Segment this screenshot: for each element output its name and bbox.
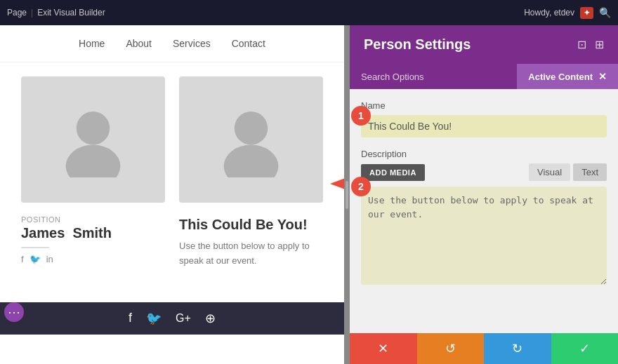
person-desc: Use the button below to apply to speak a… — [179, 239, 323, 269]
floating-dots-button[interactable]: ⋯ — [4, 302, 24, 322]
avatar-1 — [21, 76, 165, 203]
right-panel: Person Settings ⊡ ⊞ Search Options Activ… — [350, 25, 618, 364]
person-divider — [21, 247, 49, 248]
step-1-badge: 1 — [351, 106, 371, 126]
name-label: Name — [361, 100, 607, 111]
arrow-indicator — [327, 173, 344, 197]
search-icon[interactable]: 🔍 — [599, 7, 611, 18]
persons-grid: Position James Smith f 🐦 in — [21, 76, 323, 274]
save-icon: ✓ — [579, 341, 590, 356]
cancel-icon: ✕ — [378, 341, 388, 356]
nav-services[interactable]: Services — [173, 38, 211, 49]
nav-home[interactable]: Home — [79, 38, 105, 49]
person-card-2: This Could Be You! Use the button below … — [179, 76, 323, 274]
redo-button[interactable]: ↻ — [484, 333, 551, 364]
description-field-group: Description ADD MEDIA Visual Text 2 Us — [361, 149, 607, 288]
undo-icon: ↺ — [445, 341, 456, 356]
save-button[interactable]: ✓ — [551, 333, 619, 364]
howdy-text: Howdy, etdev — [524, 8, 574, 18]
person-info-1: Position James Smith f 🐦 in — [21, 210, 165, 270]
name-field-section: 1 Name — [361, 100, 607, 137]
main-layout: Home About Services Contact — [0, 25, 618, 364]
fullscreen-icon[interactable]: ⊞ — [595, 38, 604, 51]
footer-facebook-icon[interactable]: f — [129, 311, 132, 325]
description-textarea[interactable]: Use the button below to apply to speak a… — [361, 187, 607, 285]
responsive-icon[interactable]: ⊡ — [577, 38, 586, 51]
left-panel: Home About Services Contact — [0, 25, 344, 335]
svg-point-0 — [77, 112, 110, 145]
name-field-group: Name — [361, 100, 607, 137]
svg-point-2 — [235, 112, 268, 145]
exit-visual-builder[interactable]: Exit Visual Builder — [37, 8, 105, 18]
svg-point-1 — [66, 145, 121, 177]
left-panel-wrapper: Home About Services Contact — [0, 25, 344, 364]
settings-title: Person Settings — [364, 36, 471, 53]
description-label: Description — [361, 149, 607, 159]
settings-footer: ✕ ↺ ↻ ✓ — [350, 333, 618, 364]
footer-rss-icon[interactable]: ⊕ — [205, 311, 216, 326]
person-info-2: This Could Be You! Use the button below … — [179, 210, 323, 274]
footer-gplus-icon[interactable]: G+ — [176, 312, 191, 325]
active-content-label: Active Content — [528, 72, 593, 82]
facebook-icon[interactable]: f — [21, 254, 24, 264]
avatar-svg-2 — [208, 102, 294, 177]
desc-toolbar: ADD MEDIA Visual Text — [361, 163, 607, 181]
tab-close-icon[interactable]: ✕ — [598, 71, 607, 82]
svg-point-3 — [224, 145, 279, 177]
footer-twitter-icon[interactable]: 🐦 — [146, 311, 162, 326]
tab-search-options[interactable]: Search Options — [350, 64, 517, 89]
nav-about[interactable]: About — [126, 38, 152, 49]
settings-tabs: Search Options Active Content ✕ — [350, 64, 618, 89]
person-name: James Smith — [21, 225, 165, 241]
top-bar-right: Howdy, etdev ✦ 🔍 — [524, 7, 611, 19]
description-field-section: Description ADD MEDIA Visual Text 2 Us — [361, 149, 607, 288]
settings-body: 1 Name Description ADD MEDIA Visual Text — [350, 89, 618, 333]
footer-bar: f 🐦 G+ ⊕ — [0, 302, 344, 335]
settings-header: Person Settings ⊡ ⊞ — [350, 25, 618, 64]
person-last-name: Smith — [72, 225, 112, 241]
person-title: This Could Be You! — [179, 215, 323, 234]
page-label[interactable]: Page — [7, 8, 27, 18]
person-first-name: James — [21, 225, 65, 241]
avatar-svg-1 — [50, 102, 136, 177]
top-bar: Page | Exit Visual Builder Howdy, etdev … — [0, 0, 618, 25]
person-card-1: Position James Smith f 🐦 in — [21, 76, 165, 274]
et-badge[interactable]: ✦ — [580, 7, 593, 19]
avatar-2 — [179, 76, 323, 203]
twitter-icon[interactable]: 🐦 — [29, 254, 41, 264]
settings-header-icons: ⊡ ⊞ — [577, 38, 604, 51]
redo-icon: ↻ — [512, 341, 522, 356]
person-position: Position — [21, 215, 165, 224]
nav-bar: Home About Services Contact — [0, 25, 344, 62]
social-icons: f 🐦 in — [21, 254, 165, 264]
undo-button[interactable]: ↺ — [417, 333, 485, 364]
panel-divider — [344, 25, 350, 364]
desc-textarea-wrapper: 2 Use the button below to apply to speak… — [361, 187, 607, 288]
tab-active-content[interactable]: Active Content ✕ — [517, 64, 618, 89]
name-input[interactable] — [361, 115, 607, 137]
content-area: Position James Smith f 🐦 in — [0, 62, 344, 302]
desc-tabs: Visual Text — [529, 163, 607, 181]
nav-contact[interactable]: Contact — [232, 38, 265, 49]
step-2-badge: 2 — [351, 177, 371, 196]
search-options-label: Search Options — [361, 72, 424, 82]
visual-tab[interactable]: Visual — [529, 163, 570, 181]
text-tab[interactable]: Text — [573, 163, 607, 181]
cancel-button[interactable]: ✕ — [350, 333, 417, 364]
linkedin-icon[interactable]: in — [46, 254, 53, 264]
panel-divider-handle — [346, 181, 348, 209]
add-media-button[interactable]: ADD MEDIA — [361, 164, 425, 181]
top-bar-left: Page | Exit Visual Builder — [7, 8, 105, 18]
